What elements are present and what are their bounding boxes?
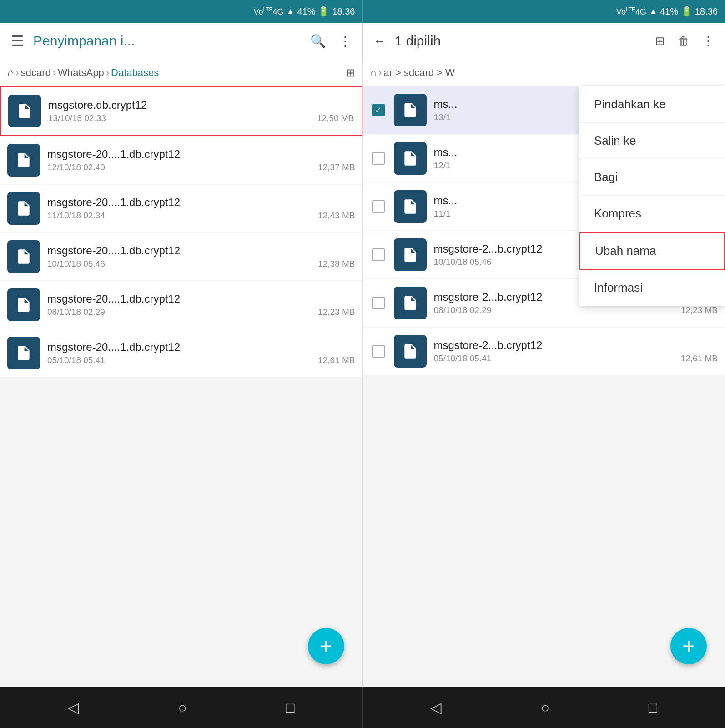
file-name-5: msgstore-20....1.db.crypt12 <box>47 341 355 354</box>
context-menu-item-0[interactable]: Pindahkan ke <box>579 86 725 123</box>
checkbox-0[interactable] <box>370 102 387 118</box>
right-fab[interactable]: + <box>670 628 707 664</box>
file-info-5: msgstore-20....1.db.crypt12 05/10/18 05.… <box>47 341 355 365</box>
file-name-0: msgstore.db.crypt12 <box>48 99 354 111</box>
checkbox-4[interactable] <box>370 295 387 311</box>
file-name-3: msgstore-20....1.db.crypt12 <box>47 244 355 257</box>
file-item-3[interactable]: msgstore-20....1.db.crypt12 10/10/18 05.… <box>0 233 362 280</box>
checkbox-checked-0 <box>372 104 385 116</box>
left-fab[interactable]: + <box>308 628 344 664</box>
file-size-3: 12,38 MB <box>318 259 355 269</box>
right-file-svg-0 <box>402 101 419 119</box>
file-item-2[interactable]: msgstore-20....1.db.crypt12 11/10/18 02.… <box>0 185 362 232</box>
file-item-5[interactable]: msgstore-20....1.db.crypt12 05/10/18 05.… <box>0 329 362 377</box>
file-icon-2 <box>7 192 40 225</box>
file-svg-5 <box>15 344 32 362</box>
file-item-0[interactable]: msgstore.db.crypt12 13/10/18 02.33 12,50… <box>0 86 362 136</box>
context-menu-item-5[interactable]: Informasi <box>579 270 725 306</box>
file-date-1: 12/10/18 02.40 <box>47 162 105 172</box>
right-file-svg-2 <box>402 198 419 215</box>
right-file-size-4: 12,23 MB <box>681 305 718 315</box>
file-info-3: msgstore-20....1.db.crypt12 10/10/18 05.… <box>47 244 355 269</box>
file-meta-0: 13/10/18 02.33 12,50 MB <box>48 113 354 123</box>
context-menu-item-ubah-nama[interactable]: Ubah nama <box>579 232 725 270</box>
nav-bar-right: ◁ ○ □ <box>363 687 725 728</box>
home-icon-r[interactable]: ⌂ <box>370 66 377 79</box>
hamburger-icon[interactable]: ☰ <box>7 29 28 53</box>
nav-bar: ◁ ○ □ ◁ ○ □ <box>0 687 725 728</box>
file-svg-2 <box>15 200 32 217</box>
signal-bars-r: ▲ <box>649 7 657 16</box>
status-bar-right: VoLTE4G ▲ 41% 🔋 18.36 <box>363 0 725 23</box>
right-file-icon-1 <box>394 142 427 175</box>
file-item-4[interactable]: msgstore-20....1.db.crypt12 08/10/18 02.… <box>0 281 362 329</box>
signal-bars: ▲ <box>287 7 295 16</box>
left-appbar: ☰ Penyimpanan i... 🔍 ⋮ <box>0 23 362 59</box>
nav-back-right[interactable]: ◁ <box>430 699 442 716</box>
context-menu-item-3[interactable]: Kompres <box>579 196 725 232</box>
file-size-4: 12,23 MB <box>318 307 355 317</box>
left-breadcrumb: ⌂ › sdcard › WhatsApp › Databases ⊞ <box>0 59 362 86</box>
right-file-icon-2 <box>394 190 427 223</box>
grid-icon[interactable]: ⊞ <box>651 30 669 52</box>
breadcrumb-databases[interactable]: Databases <box>111 67 159 79</box>
right-file-icon-0 <box>394 94 427 126</box>
file-name-1: msgstore-20....1.db.crypt12 <box>47 148 355 161</box>
checkbox-3[interactable] <box>370 247 387 263</box>
right-file-date-2: 11/1 <box>434 209 451 219</box>
checkbox-2[interactable] <box>370 198 387 215</box>
back-icon[interactable]: ← <box>370 30 389 52</box>
file-icon-3 <box>7 240 40 273</box>
battery-icon: 🔋 <box>318 6 329 17</box>
checkbox-1[interactable] <box>370 150 387 167</box>
status-bar-left: VoLTE4G ▲ 41% 🔋 18.36 <box>0 0 363 23</box>
home-icon[interactable]: ⌂ <box>7 66 14 79</box>
nav-recent-right[interactable]: □ <box>649 699 657 716</box>
right-file-date-5: 05/10/18 05.41 <box>434 354 492 364</box>
file-date-0: 13/10/18 02.33 <box>48 113 106 123</box>
right-file-svg-3 <box>402 246 419 263</box>
breadcrumb-whatsapp[interactable]: WhatsApp <box>58 67 104 79</box>
nav-bar-left: ◁ ○ □ <box>0 687 362 728</box>
file-date-4: 08/10/18 02.29 <box>47 307 105 317</box>
checkbox-5[interactable] <box>370 343 387 359</box>
breadcrumb-sdcard[interactable]: sdcard <box>21 67 51 79</box>
context-menu-item-1[interactable]: Salin ke <box>579 123 725 159</box>
search-icon[interactable]: 🔍 <box>307 30 330 52</box>
right-file-svg-5 <box>402 343 419 360</box>
context-menu: Pindahkan ke Salin ke Bagi Kompres Ubah … <box>579 86 725 306</box>
file-svg-1 <box>15 152 32 169</box>
right-breadcrumb: ⌂ › ar > sdcard > W <box>363 59 725 86</box>
file-item-1[interactable]: msgstore-20....1.db.crypt12 12/10/18 02.… <box>0 136 362 184</box>
battery-percent-r: 41% <box>660 6 678 17</box>
panels-container: ☰ Penyimpanan i... 🔍 ⋮ ⌂ › sdcard › What… <box>0 23 725 687</box>
nav-home-left[interactable]: ○ <box>178 699 186 716</box>
file-info-1: msgstore-20....1.db.crypt12 12/10/18 02.… <box>47 148 355 172</box>
right-file-item-5[interactable]: msgstore-2...b.crypt12 05/10/18 05.41 12… <box>363 328 725 375</box>
right-file-name-5: msgstore-2...b.crypt12 <box>434 339 718 352</box>
right-file-icon-5 <box>394 335 427 368</box>
more-icon[interactable]: ⋮ <box>335 30 355 52</box>
file-svg-0 <box>16 102 33 120</box>
left-appbar-title: Penyimpanan i... <box>33 33 301 49</box>
more-icon-right[interactable]: ⋮ <box>699 30 718 52</box>
left-file-list: msgstore.db.crypt12 13/10/18 02.33 12,50… <box>0 86 362 687</box>
nav-recent-left[interactable]: □ <box>286 699 294 716</box>
file-meta-1: 12/10/18 02.40 12,37 MB <box>47 162 355 172</box>
status-bar: VoLTE4G ▲ 41% 🔋 18.36 VoLTE4G ▲ 41% 🔋 18… <box>0 0 725 23</box>
delete-icon[interactable]: 🗑 <box>674 30 693 52</box>
right-file-date-1: 12/1 <box>434 161 451 171</box>
file-date-2: 11/10/18 02.34 <box>47 211 105 221</box>
right-panel: ← 1 dipilih ⊞ 🗑 ⋮ ⌂ › ar > sdcard > W <box>363 23 725 687</box>
file-svg-3 <box>15 248 32 265</box>
grid-view-icon[interactable]: ⊞ <box>346 66 355 79</box>
nav-home-right[interactable]: ○ <box>541 699 549 716</box>
nav-back-left[interactable]: ◁ <box>68 699 79 716</box>
right-file-meta-4: 08/10/18 02.29 12,23 MB <box>434 305 718 315</box>
checkbox-empty-4 <box>372 297 385 309</box>
checkbox-empty-1 <box>372 152 385 165</box>
file-meta-2: 11/10/18 02.34 12,43 MB <box>47 211 355 221</box>
selection-title: 1 dipilih <box>395 33 646 49</box>
checkbox-empty-2 <box>372 200 385 213</box>
context-menu-item-2[interactable]: Bagi <box>579 159 725 196</box>
